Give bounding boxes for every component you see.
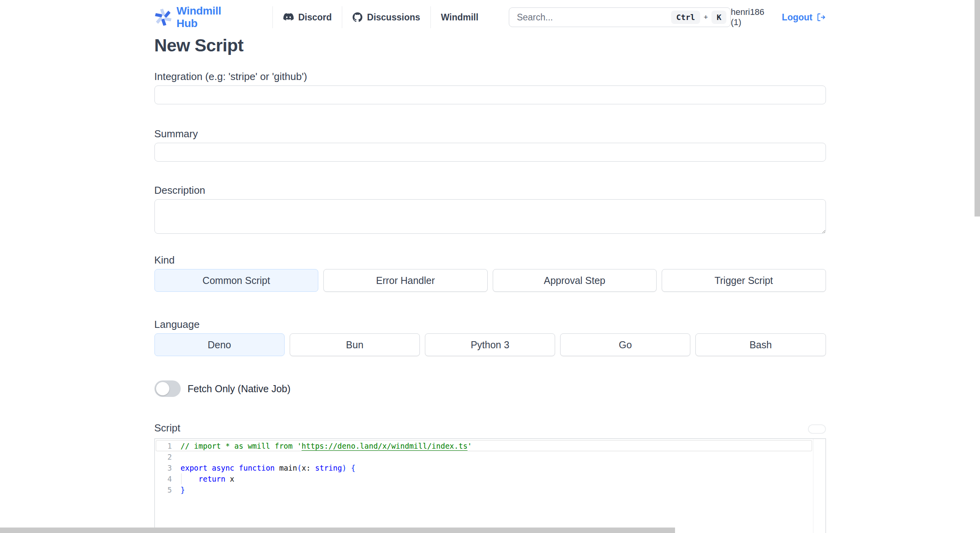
- page-vertical-scrollbar[interactable]: [975, 0, 980, 216]
- kind-option-common-script[interactable]: Common Script: [154, 269, 319, 292]
- nav-item-label: Discord: [298, 12, 332, 23]
- summary-label: Summary: [154, 128, 826, 140]
- description-group: Description: [154, 184, 826, 235]
- description-textarea[interactable]: [154, 199, 826, 234]
- toggle-knob-icon: [156, 382, 169, 395]
- logout-link[interactable]: Logout: [782, 12, 826, 23]
- language-option-go[interactable]: Go: [560, 333, 690, 356]
- github-icon: [352, 12, 363, 22]
- language-option-python-3[interactable]: Python 3: [425, 333, 555, 356]
- nav-item-discussions[interactable]: Discussions: [342, 6, 430, 28]
- code-text: export async function main(x: string) {: [172, 462, 356, 473]
- logout-label: Logout: [782, 12, 813, 23]
- language-option-bun[interactable]: Bun: [290, 333, 420, 356]
- line-number: 5: [155, 484, 172, 495]
- user-area: henri186 (1) Logout: [731, 7, 826, 27]
- line-number: 2: [155, 451, 172, 462]
- code-line-2: 2: [155, 451, 826, 462]
- code-editor[interactable]: 1// import * as wmill from 'https://deno…: [154, 438, 826, 533]
- nav-item-label: Windmill: [441, 12, 479, 23]
- script-group: Script 1// import * as wmill from 'https…: [154, 422, 826, 533]
- code-text: // import * as wmill from 'https://deno.…: [172, 440, 472, 451]
- fetch-only-toggle[interactable]: [154, 380, 181, 397]
- search-shortcut: Ctrl+K: [671, 11, 726, 24]
- editor-toggle-pill[interactable]: [808, 424, 826, 434]
- summary-input[interactable]: [154, 143, 826, 162]
- brand-name: Windmill Hub: [176, 5, 243, 30]
- kbd-ctrl: Ctrl: [671, 11, 700, 24]
- kind-options: Common ScriptError HandlerApproval StepT…: [154, 269, 826, 292]
- fetch-only-label: Fetch Only (Native Job): [188, 383, 291, 395]
- code-text: [172, 451, 181, 462]
- windmill-logo-icon: [154, 8, 172, 26]
- search-box[interactable]: Ctrl+K: [509, 7, 731, 27]
- script-label: Script: [154, 422, 180, 434]
- code-line-4: 4 return x: [155, 473, 826, 484]
- page-content: Windmill Hub Discord DiscussionsWindmill…: [154, 5, 826, 533]
- integration-input[interactable]: [154, 85, 826, 104]
- main-nav: Discord DiscussionsWindmill: [272, 6, 489, 28]
- integration-label: Integration (e.g: 'stripe' or 'github'): [154, 71, 826, 82]
- summary-group: Summary: [154, 128, 826, 162]
- nav-item-label: Discussions: [367, 12, 420, 23]
- fetch-only-row: Fetch Only (Native Job): [154, 380, 826, 397]
- username: henri186 (1): [731, 7, 775, 27]
- line-number: 4: [155, 473, 172, 484]
- code-area[interactable]: 1// import * as wmill from 'https://deno…: [155, 439, 826, 495]
- language-options: DenoBunPython 3GoBash: [154, 333, 826, 356]
- kind-option-trigger-script[interactable]: Trigger Script: [662, 269, 826, 292]
- nav-item-windmill[interactable]: Windmill: [430, 6, 489, 28]
- integration-group: Integration (e.g: 'stripe' or 'github'): [154, 71, 826, 104]
- code-text: }: [172, 484, 185, 495]
- kind-option-approval-step[interactable]: Approval Step: [493, 269, 657, 292]
- page-title: New Script: [154, 35, 826, 56]
- kbd-k: K: [711, 11, 726, 24]
- language-label: Language: [154, 318, 826, 330]
- description-label: Description: [154, 184, 826, 196]
- language-option-bash[interactable]: Bash: [695, 333, 826, 356]
- code-line-5: 5}: [155, 484, 826, 495]
- indent-guide: [181, 473, 181, 484]
- kind-option-error-handler[interactable]: Error Handler: [323, 269, 488, 292]
- line-number: 3: [155, 462, 172, 473]
- discord-icon: [283, 13, 294, 22]
- code-line-3: 3export async function main(x: string) {: [155, 462, 826, 473]
- page-horizontal-scrollbar[interactable]: [0, 528, 675, 533]
- kind-group: Kind Common ScriptError HandlerApproval …: [154, 254, 826, 292]
- header: Windmill Hub Discord DiscussionsWindmill…: [154, 5, 826, 30]
- nav-item-discord[interactable]: Discord: [272, 6, 342, 28]
- brand-link[interactable]: Windmill Hub: [154, 5, 243, 30]
- code-line-1: 1// import * as wmill from 'https://deno…: [155, 440, 826, 451]
- shortcut-plus: +: [704, 13, 708, 22]
- logout-icon: [816, 12, 826, 22]
- search-input[interactable]: [511, 12, 671, 23]
- language-group: Language DenoBunPython 3GoBash: [154, 318, 826, 356]
- language-option-deno[interactable]: Deno: [154, 333, 285, 356]
- line-number: 1: [155, 440, 172, 451]
- editor-scroll-gutter: [813, 439, 813, 533]
- kind-label: Kind: [154, 254, 826, 266]
